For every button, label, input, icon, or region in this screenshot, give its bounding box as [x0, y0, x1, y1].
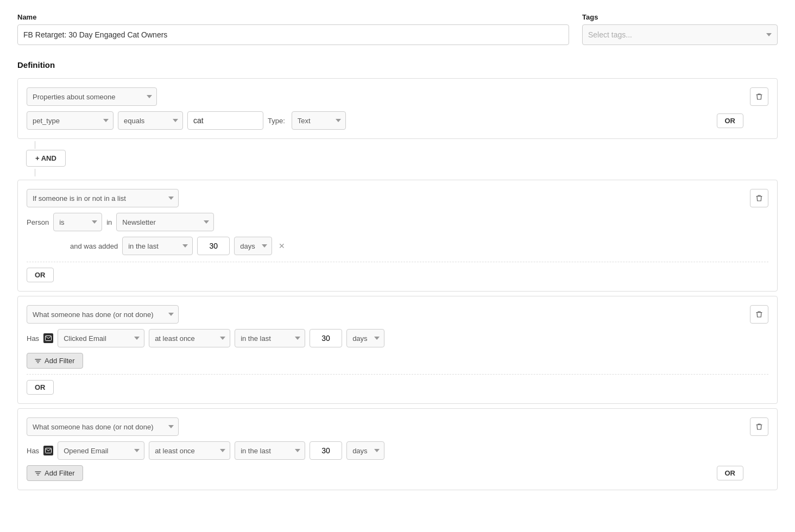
event-select-3[interactable]: Clicked Email — [58, 329, 144, 347]
tags-label: Tags — [582, 13, 778, 21]
is-select[interactable]: is — [53, 213, 102, 231]
type-label: Type: — [268, 117, 285, 125]
property-select[interactable]: pet_type — [27, 111, 113, 130]
add-filter-btn-4[interactable]: Add Filter — [27, 465, 83, 481]
type-select[interactable]: Text — [292, 111, 346, 130]
days-unit-select-2[interactable]: days — [234, 237, 272, 255]
event-select-4[interactable]: Opened Email — [58, 441, 144, 460]
days-input-3[interactable] — [310, 329, 342, 347]
add-filter-label-3: Add Filter — [45, 357, 75, 365]
delete-block-2[interactable] — [750, 189, 768, 207]
condition-block-4: What someone has done (or not done) Has … — [17, 408, 778, 490]
in-label: in — [106, 218, 112, 226]
time-range-select[interactable]: in the last — [122, 237, 193, 255]
name-input[interactable] — [17, 24, 569, 45]
person-label: Person — [27, 218, 49, 226]
condition-block-1: Properties about someone pet_type equals… — [17, 78, 778, 139]
condition-type-select-3[interactable]: What someone has done (or not done) — [27, 305, 179, 324]
condition-type-select-2[interactable]: If someone is in or not in a list — [27, 189, 179, 207]
days-unit-select-3[interactable]: days — [346, 329, 384, 347]
delete-block-4[interactable] — [750, 417, 768, 436]
close-icon-2[interactable]: ✕ — [276, 242, 287, 250]
clicked-email-icon — [43, 333, 53, 343]
delete-block-3[interactable] — [750, 305, 768, 324]
has-label-3: Has — [27, 334, 39, 343]
days-input-4[interactable] — [310, 441, 342, 460]
operator-select[interactable]: equals — [118, 111, 183, 130]
frequency-select-4[interactable]: at least once — [149, 441, 230, 460]
condition-type-select-1[interactable]: Properties about someone — [27, 87, 157, 106]
add-filter-label-4: Add Filter — [45, 469, 75, 477]
has-label-4: Has — [27, 447, 39, 455]
list-select[interactable]: Newsletter — [116, 213, 214, 231]
condition-type-select-4[interactable]: What someone has done (or not done) — [27, 417, 179, 436]
opened-email-icon — [43, 446, 53, 455]
add-filter-btn-3[interactable]: Add Filter — [27, 353, 83, 369]
name-label: Name — [17, 13, 569, 21]
definition-label: Definition — [17, 60, 778, 69]
time-select-3[interactable]: in the last — [235, 329, 305, 347]
frequency-select-3[interactable]: at least once — [149, 329, 230, 347]
and-button[interactable]: + AND — [26, 150, 66, 167]
condition-block-3: What someone has done (or not done) Has … — [17, 296, 778, 404]
time-select-4[interactable]: in the last — [235, 441, 305, 460]
condition-block-2: If someone is in or not in a list Person… — [17, 180, 778, 292]
and-was-added-label: and was added — [70, 242, 118, 250]
days-unit-select-4[interactable]: days — [346, 441, 384, 460]
or-button-inline-1[interactable]: OR — [717, 113, 744, 128]
or-button-2[interactable]: OR — [27, 268, 54, 282]
tags-select[interactable]: Select tags... — [582, 24, 778, 45]
value-input[interactable] — [187, 111, 263, 130]
or-button-4[interactable]: OR — [717, 466, 744, 480]
days-input-2[interactable] — [197, 237, 230, 255]
delete-block-1[interactable] — [750, 87, 768, 106]
or-button-3[interactable]: OR — [27, 380, 54, 395]
